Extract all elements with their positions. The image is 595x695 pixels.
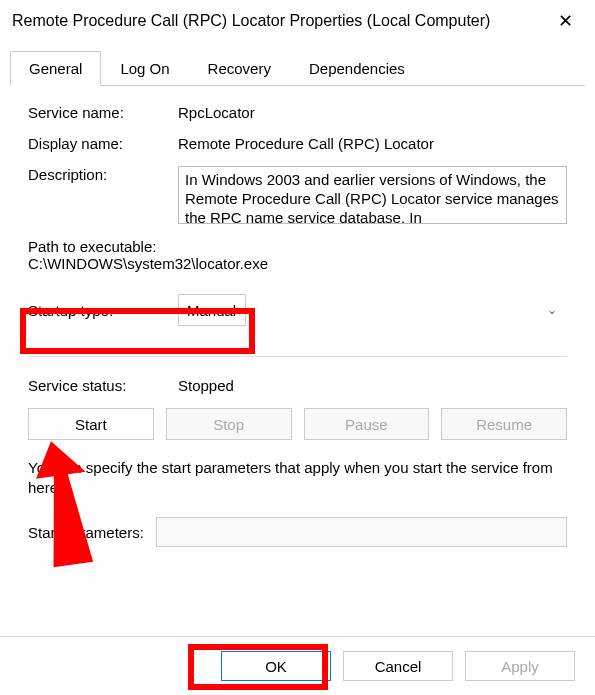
dialog-buttons: OK Cancel Apply bbox=[0, 636, 595, 695]
start-parameters-input[interactable] bbox=[156, 517, 567, 547]
display-name-label: Display name: bbox=[28, 135, 178, 152]
tab-content: Service name: RpcLocator Display name: R… bbox=[0, 86, 595, 565]
close-icon[interactable]: ✕ bbox=[548, 6, 583, 36]
hint-text: You can specify the start parameters tha… bbox=[28, 458, 567, 497]
resume-button: Resume bbox=[441, 408, 567, 440]
display-name-value: Remote Procedure Call (RPC) Locator bbox=[178, 135, 567, 152]
description-value[interactable]: In Windows 2003 and earlier versions of … bbox=[178, 166, 567, 224]
window-title: Remote Procedure Call (RPC) Locator Prop… bbox=[12, 12, 490, 30]
cancel-button[interactable]: Cancel bbox=[343, 651, 453, 681]
tab-recovery[interactable]: Recovery bbox=[189, 51, 290, 86]
titlebar: Remote Procedure Call (RPC) Locator Prop… bbox=[0, 0, 595, 42]
tab-strip: General Log On Recovery Dependencies bbox=[10, 50, 585, 86]
description-label: Description: bbox=[28, 166, 178, 183]
startup-type-label: Startup type: bbox=[28, 302, 178, 319]
tab-general[interactable]: General bbox=[10, 51, 101, 86]
apply-button: Apply bbox=[465, 651, 575, 681]
ok-button[interactable]: OK bbox=[221, 651, 331, 681]
divider bbox=[28, 356, 567, 357]
startup-type-select[interactable]: Manual bbox=[178, 294, 246, 326]
service-status-value: Stopped bbox=[178, 377, 567, 394]
path-label: Path to executable: bbox=[28, 238, 567, 255]
start-button[interactable]: Start bbox=[28, 408, 154, 440]
stop-button: Stop bbox=[166, 408, 292, 440]
path-value: C:\WINDOWS\system32\locator.exe bbox=[28, 255, 567, 272]
chevron-down-icon: ⌄ bbox=[547, 303, 557, 317]
pause-button: Pause bbox=[304, 408, 430, 440]
service-status-label: Service status: bbox=[28, 377, 178, 394]
tab-logon[interactable]: Log On bbox=[101, 51, 188, 86]
service-name-value: RpcLocator bbox=[178, 104, 567, 121]
start-parameters-label: Start parameters: bbox=[28, 524, 144, 541]
service-name-label: Service name: bbox=[28, 104, 178, 121]
tab-dependencies[interactable]: Dependencies bbox=[290, 51, 424, 86]
